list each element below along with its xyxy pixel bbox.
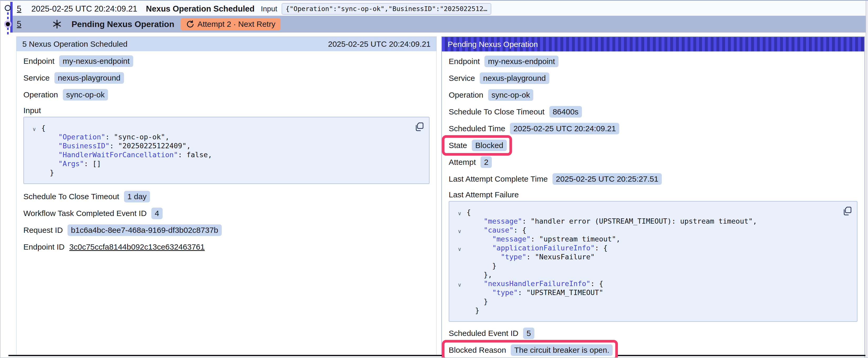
bottom-divider bbox=[8, 355, 865, 356]
field-label: Schedule To Close Timeout bbox=[449, 107, 545, 116]
timeline-connector bbox=[7, 12, 9, 20]
field-label: Service bbox=[449, 74, 475, 83]
field-value-chip: sync-op-ok bbox=[488, 89, 533, 101]
field-label: Attempt bbox=[449, 158, 476, 167]
field-value-chip: 2025-02-25 UTC 20:24:09.21 bbox=[510, 123, 619, 134]
field-value-chip: b1c6a4bc-8ee7-468a-9169-df3b02c8737b bbox=[67, 224, 221, 236]
json-line: } bbox=[467, 306, 849, 315]
event-id-link[interactable]: 5 bbox=[17, 4, 21, 14]
field-scheduled-event-id: Scheduled Event ID 5 bbox=[449, 328, 858, 339]
field-value-chip: 1 day bbox=[124, 191, 150, 202]
field-workflow-task-completed-event-id: Workflow Task Completed Event ID 4 bbox=[23, 207, 430, 219]
field-label: Workflow Task Completed Event ID bbox=[23, 209, 147, 218]
field-scheduled-time: Scheduled Time 2025-02-25 UTC 20:24:09.2… bbox=[449, 123, 858, 134]
endpoint-id-link[interactable]: 3c0c75ccfa8144b092c13ce632463761 bbox=[69, 242, 205, 252]
field-label: Operation bbox=[23, 90, 58, 99]
blocked-reason-annotation-box: Blocked Reason The circuit breaker is op… bbox=[449, 344, 613, 356]
last-attempt-failure-label: Last Attempt Failure bbox=[449, 190, 858, 199]
collapse-chevron-icon[interactable]: ∨ bbox=[458, 280, 462, 289]
field-last-attempt-complete-time: Last Attempt Complete Time 2025-02-25 UT… bbox=[449, 173, 858, 185]
field-endpoint-id: Endpoint ID 3c0c75ccfa8144b092c13ce63246… bbox=[23, 241, 430, 253]
json-line: }, bbox=[467, 270, 849, 279]
field-value-chip: 4 bbox=[151, 207, 163, 219]
field-value-chip: 5 bbox=[523, 328, 534, 339]
collapse-chevron-icon[interactable]: ∨ bbox=[458, 209, 462, 218]
retry-attempt-badge: Attempt 2 · Next Retry bbox=[181, 18, 281, 30]
json-line: } bbox=[467, 297, 849, 306]
field-value-chip: my-nexus-endpoint bbox=[485, 56, 558, 67]
event-history-viewport: 5 2025-02-25 UTC 20:24:09.21 Nexus Opera… bbox=[0, 0, 868, 358]
field-request-id: Request ID b1c6a4bc-8ee7-468a-9169-df3b0… bbox=[23, 224, 430, 236]
field-value-chip: nexus-playground bbox=[54, 72, 124, 84]
collapse-chevron-icon[interactable]: ∨ bbox=[32, 125, 36, 134]
field-endpoint: Endpoint my-nexus-endpoint bbox=[23, 55, 430, 67]
field-label: Request ID bbox=[23, 226, 63, 235]
field-schedule-to-close: Schedule To Close Timeout 86400s bbox=[449, 106, 858, 118]
left-panel-header: 5 Nexus Operation Scheduled 2025-02-25 U… bbox=[17, 37, 436, 51]
collapse-chevron-icon[interactable]: ∨ bbox=[458, 227, 462, 236]
event-row-scheduled[interactable]: 5 2025-02-25 UTC 20:24:09.21 Nexus Opera… bbox=[12, 2, 866, 16]
json-line: } bbox=[41, 168, 422, 177]
left-panel-timestamp: 2025-02-25 UTC 20:24:09.21 bbox=[328, 40, 431, 48]
json-line: ∨ "applicationFailureInfo": { bbox=[467, 243, 849, 253]
json-line: "Args": [] bbox=[41, 159, 422, 168]
field-attempt: Attempt 2 bbox=[449, 156, 858, 168]
json-line: ∨{ bbox=[41, 124, 422, 133]
field-service: Service nexus-playground bbox=[23, 72, 430, 84]
field-value-chip: nexus-playground bbox=[480, 72, 549, 84]
field-label: Service bbox=[23, 73, 50, 83]
field-value-chip: sync-op-ok bbox=[63, 89, 108, 100]
json-line: "type": "UPSTREAM_TIMEOUT" bbox=[467, 288, 849, 297]
collapse-chevron-icon[interactable]: ∨ bbox=[458, 245, 462, 254]
field-schedule-to-close: Schedule To Close Timeout 1 day bbox=[23, 191, 430, 202]
timeline-event-marker-icon bbox=[5, 5, 11, 11]
field-value-chip: my-nexus-endpoint bbox=[59, 55, 133, 67]
input-preview-chip[interactable]: {"Operation":"sync-op-ok","BusinessID":"… bbox=[282, 3, 491, 15]
event-id-link[interactable]: 5 bbox=[17, 20, 21, 29]
field-label: Operation bbox=[449, 91, 484, 99]
state-annotation-box: State Blocked bbox=[449, 140, 507, 151]
field-value-chip: 2 bbox=[480, 156, 492, 168]
field-endpoint: Endpoint my-nexus-endpoint bbox=[449, 56, 858, 67]
event-row-pending[interactable]: 5 Pending Nexus Operation Attempt 2 · Ne… bbox=[12, 16, 866, 33]
pending-panel-title: Pending Nexus Operation bbox=[448, 40, 538, 49]
pending-asterisk-icon bbox=[52, 20, 62, 29]
json-line: "message": "upstream timeout", bbox=[467, 235, 849, 243]
json-line: "type": "NexusFailure" bbox=[467, 253, 849, 261]
failure-json-viewer: ∨{ "message": "handler error (UPSTREAM_T… bbox=[449, 201, 858, 322]
timeline-current-marker-icon bbox=[4, 21, 11, 28]
selected-event-accent-bar bbox=[10, 2, 12, 33]
field-label: Scheduled Time bbox=[449, 124, 505, 133]
field-value-chip: 86400s bbox=[549, 106, 582, 118]
field-label: Schedule To Close Timeout bbox=[23, 192, 119, 201]
input-json-viewer: ∨{ "Operation": "sync-op-ok", "BusinessI… bbox=[23, 117, 430, 184]
json-line: "BusinessID": "20250225122409", bbox=[41, 141, 422, 151]
blocked-reason-chip: The circuit breaker is open. bbox=[511, 344, 613, 356]
left-panel-title: 5 Nexus Operation Scheduled bbox=[22, 40, 127, 48]
event-type-label: Nexus Operation Scheduled bbox=[146, 4, 254, 14]
retry-badge-label: Attempt 2 · Next Retry bbox=[197, 20, 275, 29]
scheduled-event-detail-panel: 5 Nexus Operation Scheduled 2025-02-25 U… bbox=[16, 36, 437, 356]
field-operation: Operation sync-op-ok bbox=[23, 89, 430, 100]
field-operation: Operation sync-op-ok bbox=[449, 89, 858, 101]
scrollbar-track[interactable] bbox=[866, 1, 868, 358]
pending-title: Pending Nexus Operation bbox=[71, 20, 174, 29]
json-line: ∨{ bbox=[467, 208, 849, 217]
field-value-chip: 2025-02-25 UTC 20:25:27.51 bbox=[553, 173, 662, 185]
json-line: "message": "handler error (UPSTREAM_TIME… bbox=[467, 217, 849, 226]
input-section-label: Input bbox=[23, 106, 430, 115]
field-label: Endpoint ID bbox=[23, 242, 65, 252]
field-label: Endpoint bbox=[449, 57, 480, 66]
pending-operation-panel: Pending Nexus Operation Endpoint my-nexu… bbox=[441, 36, 865, 358]
retry-icon bbox=[186, 20, 194, 28]
state-value-chip: Blocked bbox=[472, 140, 507, 151]
field-label: Endpoint bbox=[23, 57, 54, 66]
field-label: Last Attempt Complete Time bbox=[449, 174, 548, 184]
field-label: State bbox=[449, 141, 467, 150]
field-label: Scheduled Event ID bbox=[449, 329, 518, 338]
timeline-connector bbox=[7, 28, 9, 36]
json-line: "Operation": "sync-op-ok", bbox=[41, 133, 422, 141]
json-line: "HandlerWaitForCancellation": false, bbox=[41, 151, 422, 159]
input-label: Input bbox=[261, 5, 277, 13]
pending-panel-header: Pending Nexus Operation bbox=[442, 37, 864, 52]
